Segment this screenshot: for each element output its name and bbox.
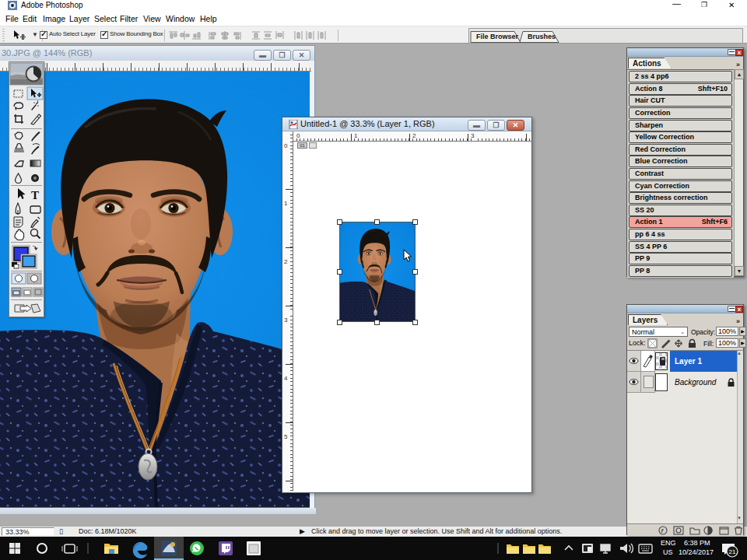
svg-text:f: f xyxy=(661,527,665,534)
svg-text:21: 21 xyxy=(729,548,736,555)
svg-text:Brushes: Brushes xyxy=(528,33,556,40)
svg-text:T: T xyxy=(31,189,39,201)
svg-text:File Browser: File Browser xyxy=(476,33,519,40)
